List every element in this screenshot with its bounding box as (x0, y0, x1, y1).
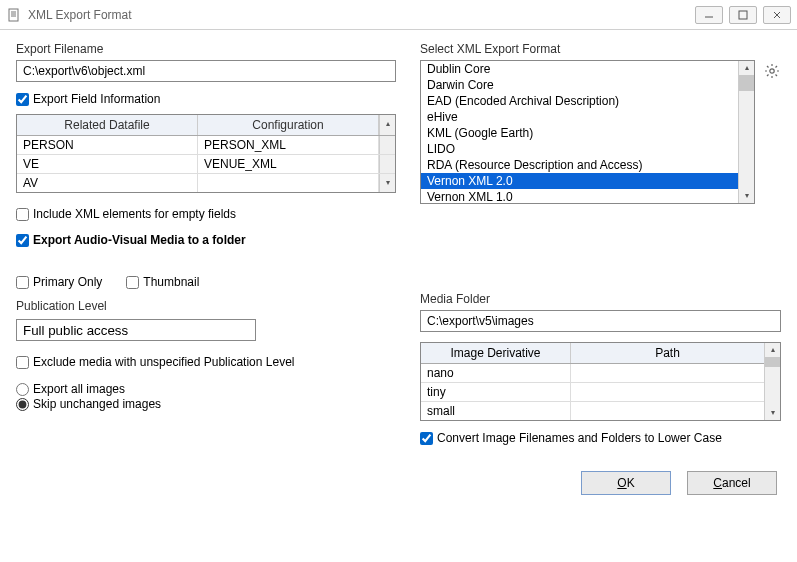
format-item[interactable]: Darwin Core (421, 77, 738, 93)
thumbnail-input[interactable] (126, 276, 139, 289)
export-all-images-radio[interactable]: Export all images (16, 382, 396, 396)
thumbnail-label: Thumbnail (143, 275, 199, 289)
exclude-unspecified-label: Exclude media with unspecified Publicati… (33, 355, 295, 369)
thumbnail-checkbox[interactable]: Thumbnail (126, 275, 199, 289)
document-icon (6, 7, 22, 23)
ok-button[interactable]: OK (581, 471, 671, 495)
format-item[interactable]: EAD (Encoded Archival Description) (421, 93, 738, 109)
publication-level-input[interactable] (16, 319, 256, 341)
svg-point-8 (770, 69, 774, 73)
primary-only-input[interactable] (16, 276, 29, 289)
svg-line-16 (776, 66, 778, 68)
export-field-information-input[interactable] (16, 93, 29, 106)
include-empty-checkbox[interactable]: Include XML elements for empty fields (16, 207, 396, 221)
format-listbox[interactable]: Dublin Core Darwin Core EAD (Encoded Arc… (420, 60, 755, 204)
export-av-label: Export Audio-Visual Media to a folder (33, 233, 246, 247)
format-item[interactable]: KML (Google Earth) (421, 125, 738, 141)
table-row[interactable]: VE VENUE_XML (17, 155, 395, 174)
export-field-information-label: Export Field Information (33, 92, 160, 106)
skip-unchanged-input[interactable] (16, 398, 29, 411)
maximize-button[interactable] (729, 6, 757, 24)
table-row[interactable]: AV ▾ (17, 174, 395, 192)
svg-rect-5 (739, 11, 747, 19)
svg-line-13 (767, 66, 769, 68)
table-row[interactable]: nano (421, 364, 764, 383)
format-item[interactable]: RDA (Resource Description and Access) (421, 157, 738, 173)
media-folder-input[interactable] (420, 310, 781, 332)
export-av-input[interactable] (16, 234, 29, 247)
derivative-col-path[interactable]: Path (571, 343, 764, 363)
scroll-thumb[interactable] (739, 75, 754, 91)
export-all-images-label: Export all images (33, 382, 125, 396)
export-all-images-input[interactable] (16, 383, 29, 396)
format-item[interactable]: Dublin Core (421, 61, 738, 77)
cancel-button[interactable]: Cancel (687, 471, 777, 495)
convert-lowercase-label: Convert Image Filenames and Folders to L… (437, 431, 722, 445)
format-item-selected[interactable]: Vernon XML 2.0 (421, 173, 738, 189)
format-item[interactable]: Vernon XML 1.0 (421, 189, 738, 203)
format-scrollbar[interactable]: ▴ ▾ (738, 61, 754, 203)
derivative-scrollbar[interactable]: ▴ ▾ (764, 343, 780, 420)
convert-lowercase-checkbox[interactable]: Convert Image Filenames and Folders to L… (420, 431, 781, 445)
close-button[interactable] (763, 6, 791, 24)
scroll-up-icon[interactable]: ▴ (739, 61, 754, 75)
scroll-down-icon[interactable]: ▾ (379, 174, 395, 192)
minimize-button[interactable] (695, 6, 723, 24)
svg-rect-0 (9, 9, 18, 21)
select-format-label: Select XML Export Format (420, 42, 781, 56)
export-field-information-checkbox[interactable]: Export Field Information (16, 92, 396, 106)
scroll-down-icon[interactable]: ▾ (765, 406, 780, 420)
skip-unchanged-radio[interactable]: Skip unchanged images (16, 397, 396, 411)
datafile-col-config[interactable]: Configuration (198, 115, 379, 135)
media-folder-label: Media Folder (420, 292, 781, 306)
table-row[interactable]: tiny (421, 383, 764, 402)
primary-only-checkbox[interactable]: Primary Only (16, 275, 102, 289)
window-title: XML Export Format (28, 8, 695, 22)
scroll-up-icon[interactable]: ▴ (765, 343, 780, 357)
convert-lowercase-input[interactable] (420, 432, 433, 445)
format-item[interactable]: LIDO (421, 141, 738, 157)
export-filename-input[interactable] (16, 60, 396, 82)
datafile-table: Related Datafile Configuration ▴ PERSON … (16, 114, 396, 193)
include-empty-label: Include XML elements for empty fields (33, 207, 236, 221)
table-row[interactable]: PERSON PERSON_XML (17, 136, 395, 155)
exclude-unspecified-checkbox[interactable]: Exclude media with unspecified Publicati… (16, 355, 396, 369)
datafile-col-related[interactable]: Related Datafile (17, 115, 198, 135)
gear-icon[interactable] (763, 62, 781, 80)
scroll-thumb[interactable] (765, 357, 780, 367)
export-av-checkbox[interactable]: Export Audio-Visual Media to a folder (16, 233, 396, 247)
svg-line-15 (767, 75, 769, 77)
skip-unchanged-label: Skip unchanged images (33, 397, 161, 411)
scroll-down-icon[interactable]: ▾ (739, 189, 754, 203)
derivative-table: Image Derivative Path nano tiny (420, 342, 781, 421)
primary-only-label: Primary Only (33, 275, 102, 289)
exclude-unspecified-input[interactable] (16, 356, 29, 369)
titlebar: XML Export Format (0, 0, 797, 30)
derivative-col-image[interactable]: Image Derivative (421, 343, 571, 363)
derivative-table-header: Image Derivative Path (421, 343, 764, 364)
table-row[interactable]: small (421, 402, 764, 420)
scroll-up-icon[interactable]: ▴ (379, 115, 395, 135)
svg-line-14 (776, 75, 778, 77)
publication-level-label: Publication Level (16, 299, 396, 313)
format-item[interactable]: eHive (421, 109, 738, 125)
datafile-table-header: Related Datafile Configuration ▴ (17, 115, 395, 136)
export-filename-label: Export Filename (16, 42, 396, 56)
include-empty-input[interactable] (16, 208, 29, 221)
